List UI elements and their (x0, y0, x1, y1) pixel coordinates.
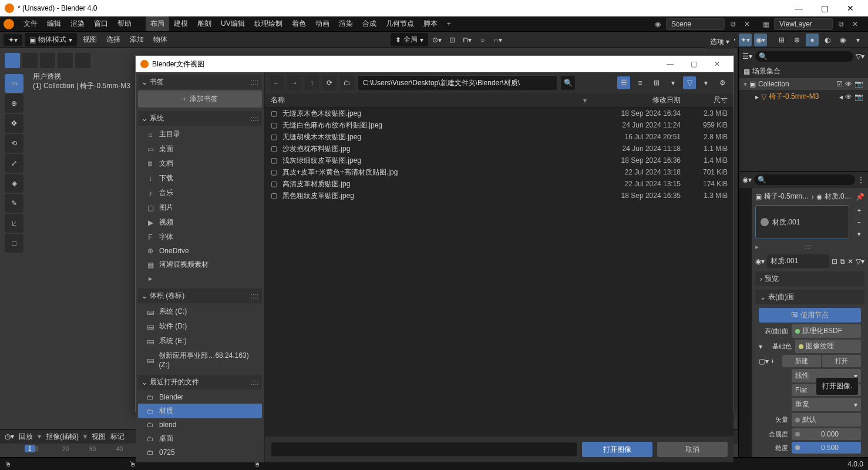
basecolor-expand-icon[interactable]: ▾ (759, 343, 765, 351)
material-unlink-icon[interactable]: ✕ (847, 257, 853, 266)
material-slot[interactable]: 材质.001 (755, 205, 849, 239)
file-row[interactable]: ▢高清皮革材质贴图.jpg22 Jul 2024 13:15174 KiB (265, 178, 734, 190)
image-browse-icon[interactable]: ▢▾ (759, 357, 767, 365)
file-list[interactable]: ▢无缝原木色木纹贴图.jpeg18 Sep 2024 16:342.3 MiB▢… (265, 108, 734, 437)
file-list-header[interactable]: 名称 ▾ 修改日期 尺寸 (265, 93, 734, 108)
system-item[interactable]: ▢图片 (138, 200, 262, 215)
slot-expand-icon[interactable]: ▸ :::: (755, 243, 864, 251)
menu-object[interactable]: 物体 (150, 33, 171, 46)
file-row[interactable]: ▢浅灰绿细纹皮革贴图.jpeg18 Sep 2024 16:361.4 MiB (265, 155, 734, 166)
gizmo-icon[interactable]: ✦▾ (739, 33, 752, 46)
menu-select[interactable]: 选择 (103, 33, 124, 46)
nav-up-icon[interactable]: ↑ (305, 76, 319, 90)
workspace-add[interactable]: + (442, 18, 456, 31)
metallic-slider[interactable]: 0.000 (792, 428, 861, 440)
extension-dropdown[interactable]: 重复▾ (792, 398, 861, 411)
pivot-icon[interactable]: ⊙▾ (430, 33, 443, 46)
scene-delete-icon[interactable]: ✕ (741, 18, 753, 30)
system-item[interactable]: ⊕OneDrive (138, 244, 262, 257)
cancel-button[interactable]: 取消 (657, 442, 728, 457)
dialog-maximize-button[interactable]: ▢ (682, 56, 705, 72)
roughness-slider[interactable]: 0.500 (792, 442, 861, 454)
outliner-scene-collection[interactable]: ▦场景集合 (739, 65, 868, 78)
wireframe-shading-icon[interactable]: ⊕ (790, 33, 803, 46)
menu-render[interactable]: 渲染 (66, 16, 89, 31)
surface-panel-header[interactable]: ⌄表(曲)面 (755, 290, 864, 304)
system-item[interactable]: ⌂主目录 (138, 127, 262, 142)
select-mode-intersect-icon[interactable] (75, 53, 90, 68)
system-header[interactable]: ⌄系统:::: (138, 111, 262, 126)
search-icon[interactable]: 🔍 (561, 76, 575, 90)
nav-refresh-icon[interactable]: ⟳ (322, 76, 337, 90)
select-box-tool[interactable]: ▭ (5, 74, 23, 93)
slot-remove-button[interactable]: − (854, 217, 864, 227)
view-dropdown-icon[interactable]: ▾ (667, 76, 679, 89)
select-mode-box-icon[interactable] (5, 53, 20, 68)
preview-panel[interactable]: ›预览 (755, 271, 864, 286)
solid-shading-icon[interactable]: ● (806, 33, 819, 46)
volume-item[interactable]: 🖴软件 (D:) (138, 319, 262, 334)
timeline-view-menu[interactable]: 视图 (92, 432, 106, 442)
cursor-tool[interactable]: ⊕ (5, 94, 23, 113)
add-cube-tool[interactable]: □ (5, 234, 23, 253)
use-nodes-button[interactable]: 🖫 使用节点 (759, 308, 861, 323)
layer-browse-icon[interactable]: ⧉ (835, 18, 847, 30)
minimize-button[interactable]: — (786, 0, 812, 16)
workspace-modeling[interactable]: 建模 (169, 16, 193, 31)
outliner-filter-icon[interactable]: ▽▾ (856, 52, 864, 61)
system-item[interactable]: F字体 (138, 230, 262, 244)
timeline-keying-menu[interactable]: 抠像(插帧) (46, 432, 79, 442)
scene-browse-icon[interactable]: ⧉ (727, 18, 739, 30)
system-item[interactable]: 🗎文档 (138, 156, 262, 171)
view-thumbnails-icon[interactable]: ⊞ (650, 76, 663, 89)
dialog-minimize-button[interactable]: — (658, 56, 682, 72)
workspace-shading[interactable]: 着色 (287, 16, 311, 31)
nav-forward-icon[interactable]: → (287, 76, 301, 90)
measure-tool[interactable]: ⟀ (5, 214, 23, 233)
material-nodes-icon[interactable]: ▽▾ (856, 257, 864, 266)
system-expand[interactable]: ▸ (138, 272, 262, 285)
material-fake-user-icon[interactable]: ⊡ (832, 257, 837, 266)
material-shading-icon[interactable]: ◐ (821, 33, 834, 46)
material-new-icon[interactable]: ⧉ (840, 257, 845, 266)
rotate-tool[interactable]: ⟲ (5, 134, 23, 153)
add-bookmark-button[interactable]: +添加书签 (138, 90, 262, 108)
outliner-object[interactable]: ▸▽椅子-0.5mm-M3 ◂👁📷 (739, 90, 868, 103)
mode-dropdown[interactable]: ▣物体模式▾ (25, 33, 77, 46)
system-item[interactable]: ▭桌面 (138, 142, 262, 156)
snap-icon[interactable]: ⊡ (446, 33, 459, 46)
timeline-playback-menu[interactable]: 回放 (19, 432, 33, 442)
scene-icon[interactable]: ◉ (652, 18, 664, 30)
orientation-dropdown[interactable]: ⬍全局▾ (391, 33, 428, 46)
workspace-rendering[interactable]: 渲染 (334, 16, 358, 31)
proportional-dropdown-icon[interactable]: ∩▾ (492, 33, 504, 46)
nav-back-icon[interactable]: ← (270, 76, 284, 90)
props-type-icon[interactable]: ◉▾ (742, 176, 752, 184)
settings-icon[interactable]: ⚙ (716, 76, 729, 89)
material-name-field[interactable]: 材质.001 (767, 254, 829, 268)
select-mode-subtract-icon[interactable] (40, 53, 55, 68)
open-image-button[interactable]: 打开 (822, 355, 861, 367)
proportional-icon[interactable]: ○ (476, 33, 489, 46)
view-list-horizontal-icon[interactable]: ≡ (634, 76, 647, 89)
workspace-scripting[interactable]: 脚本 (419, 16, 442, 31)
workspace-animation[interactable]: 动画 (311, 16, 334, 31)
filename-field[interactable] (271, 442, 577, 457)
annotate-tool[interactable]: ✎ (5, 194, 23, 213)
layer-field[interactable]: ViewLayer (774, 18, 833, 30)
workspace-uv[interactable]: UV编辑 (216, 16, 250, 31)
menu-window[interactable]: 窗口 (89, 16, 113, 31)
system-item[interactable]: ♪音乐 (138, 186, 262, 200)
file-row[interactable]: ▢无缝原木色木纹贴图.jpeg18 Sep 2024 16:342.3 MiB (265, 108, 734, 119)
file-row[interactable]: ▢无缝胡桃木木纹贴图.jpeg16 Jul 2024 20:512.8 MiB (265, 131, 734, 143)
blender-icon[interactable] (4, 19, 14, 29)
vector-dropdown[interactable]: 默认 (792, 413, 861, 427)
timeline-marker-menu[interactable]: 标记 (110, 432, 125, 442)
file-row[interactable]: ▢无缝白色麻布布纹布料贴图.jpeg24 Jun 2024 11:24959 K… (265, 119, 734, 131)
volume-item[interactable]: 🖴创新应用事业部…68.24.163) (Z:) (138, 348, 262, 371)
volumes-header[interactable]: ⌄体积 (卷标):::: (138, 288, 262, 303)
recent-item[interactable]: 🗀blend (138, 418, 262, 431)
surface-shader-dropdown[interactable]: 原理化BSDF (792, 324, 861, 338)
props-tabs[interactable] (739, 188, 752, 470)
recent-header[interactable]: ⌄最近打开的文件:::: (138, 375, 262, 390)
